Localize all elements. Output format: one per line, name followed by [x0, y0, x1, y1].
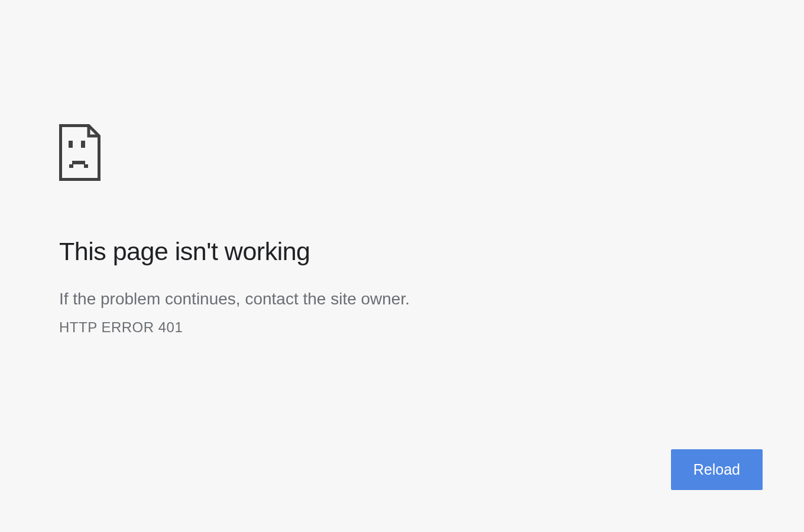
error-icon-wrapper — [59, 124, 763, 181]
svg-rect-1 — [81, 141, 85, 148]
svg-rect-3 — [69, 164, 73, 168]
svg-rect-0 — [69, 141, 73, 148]
error-container: This page isn't working If the problem c… — [59, 124, 763, 336]
error-code: HTTP ERROR 401 — [59, 319, 763, 336]
svg-rect-4 — [84, 164, 88, 168]
sad-page-icon — [59, 124, 100, 181]
error-message: If the problem continues, contact the si… — [59, 290, 763, 309]
reload-button[interactable]: Reload — [671, 449, 763, 490]
error-heading: This page isn't working — [59, 237, 763, 266]
svg-rect-2 — [72, 161, 85, 164]
